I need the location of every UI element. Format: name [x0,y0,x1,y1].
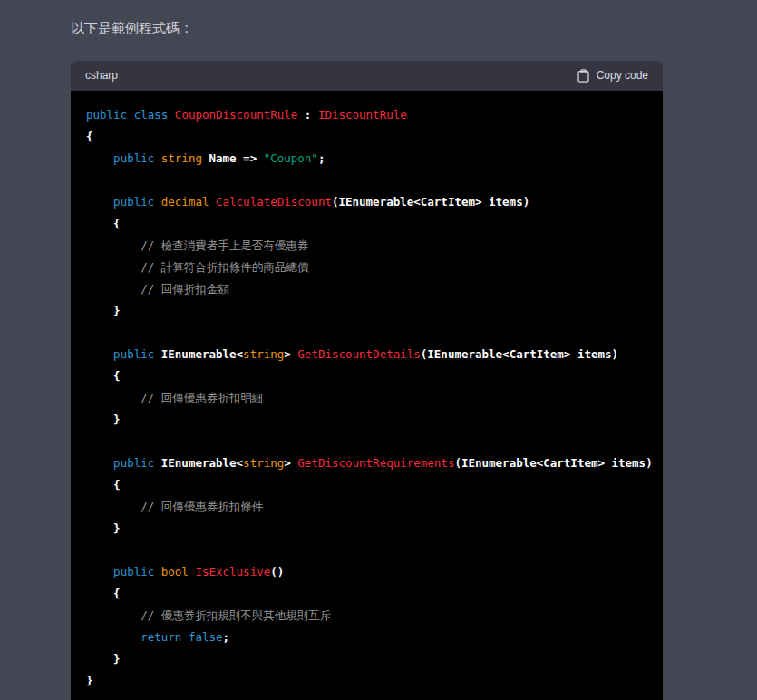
message-text: 以下是範例程式碼： [71,18,663,39]
copy-icon [577,69,589,83]
code-line: // 回傳優惠券折扣條件 [86,496,663,518]
chat-message: 以下是範例程式碼： csharp Copy code public class … [0,0,757,700]
code-line: public decimal CalculateDiscount(IEnumer… [86,191,663,213]
code-line: public string Name => "Coupon"; [86,148,663,170]
code-line: } [86,670,663,692]
code-line [86,431,663,452]
code-line: } [86,518,663,540]
code-line: public bool IsExclusive() [86,561,663,583]
code-line: // 回傳優惠券折扣明細 [86,387,663,409]
code-line: } [86,300,663,322]
code-line [86,170,663,191]
code-line: } [86,409,663,431]
code-line: public IEnumerable<string> GetDiscountDe… [86,344,663,365]
code-line: { [86,474,663,496]
code-line: { [86,126,663,148]
code-line: { [86,365,663,387]
code-content: public class CouponDiscountRule : IDisco… [71,91,663,700]
code-line [86,540,663,561]
code-language-label: csharp [85,69,118,82]
code-line: // 檢查消費者手上是否有優惠券 [86,235,663,257]
code-line: } [86,648,663,670]
code-line: { [86,583,663,605]
code-line: public IEnumerable<string> GetDiscountRe… [86,452,663,474]
code-line: public class CouponDiscountRule : IDisco… [86,104,663,126]
code-line: // 計算符合折扣條件的商品總價 [86,257,663,278]
code-block: csharp Copy code public class CouponDisc… [71,61,663,700]
copy-code-label: Copy code [597,69,648,82]
code-line: // 回傳折扣金額 [86,278,663,300]
copy-code-button[interactable]: Copy code [577,69,648,83]
code-block-header: csharp Copy code [71,61,663,91]
code-line: { [86,213,663,235]
code-line: return false; [86,627,663,648]
code-line: // 優惠券折扣規則不與其他規則互斥 [86,605,663,627]
code-line [86,322,663,344]
